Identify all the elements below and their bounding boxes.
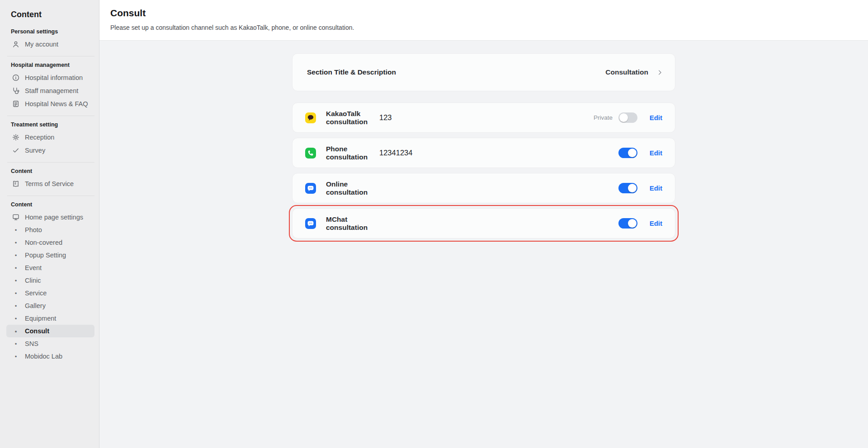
toggle-knob — [628, 219, 637, 228]
sidebar-subitem-photo[interactable]: • Photo — [6, 224, 94, 236]
kakaotalk-edit-button[interactable]: Edit — [649, 114, 662, 121]
online-consultation-row: Online consultation Edit — [292, 173, 675, 203]
mchat-consultation-row: MChat consultation Edit — [292, 208, 675, 238]
sidebar-item-label: Home page settings — [25, 214, 83, 221]
privacy-label: Private — [594, 114, 613, 121]
sidebar-subitem-label: Non-covered — [25, 239, 62, 246]
sidebar-subitem-label: Equipment — [25, 315, 56, 322]
sidebar-subitem-service[interactable]: • Service — [6, 287, 94, 299]
sidebar-subitem-consult[interactable]: • Consult — [6, 325, 94, 337]
sidebar-subitem-mobidoc-lab[interactable]: • Mobidoc Lab — [6, 350, 94, 363]
page-description: Please set up a consultation channel suc… — [110, 24, 868, 31]
sidebar-item-label: Hospital News & FAQ — [25, 100, 88, 107]
terms-icon — [12, 180, 20, 188]
stethoscope-icon — [12, 87, 20, 95]
page-title: Consult — [110, 8, 868, 19]
sidebar-subitem-label: Gallery — [25, 302, 46, 309]
sidebar-subitem-label: Photo — [25, 226, 42, 233]
chevron-right-icon — [656, 69, 663, 76]
sidebar-heading-content-home: Content — [6, 201, 95, 208]
sidebar-heading-content-terms: Content — [6, 168, 95, 174]
phone-consultation-row: Phone consultation 12341234 Edit — [292, 138, 675, 168]
toggle-knob — [619, 113, 628, 122]
sidebar-item-label: Survey — [25, 147, 45, 154]
sidebar-item-label: My account — [25, 41, 58, 48]
toggle-knob — [628, 149, 637, 157]
sidebar-subitem-event[interactable]: • Event — [6, 261, 94, 274]
gear-icon — [12, 133, 20, 141]
bullet-icon: • — [12, 353, 20, 360]
section-title-description-card[interactable]: Section Title & Description Consultation — [292, 53, 675, 91]
sidebar-item-terms-of-service[interactable]: Terms of Service — [6, 177, 95, 190]
channel-name: KakaoTalk consultation — [326, 110, 379, 126]
bullet-icon: • — [12, 328, 20, 335]
content-area: Section Title & Description Consultation — [99, 41, 868, 448]
kakaotalk-consultation-row: KakaoTalk consultation 123 Private Edit — [292, 103, 675, 133]
sidebar: Content Personal settings My account Hos… — [0, 0, 99, 448]
section-card-value: Consultation — [605, 68, 648, 76]
sidebar-subitem-label: Event — [25, 264, 42, 271]
sidebar-item-label: Terms of Service — [25, 180, 74, 187]
monitor-icon — [12, 213, 20, 221]
bullet-icon: • — [12, 265, 20, 271]
channel-name: Phone consultation — [326, 145, 379, 161]
kakaotalk-toggle[interactable] — [618, 112, 637, 123]
sidebar-subitem-equipment[interactable]: • Equipment — [6, 312, 94, 325]
page-header: Consult Please set up a consultation cha… — [99, 0, 868, 41]
news-icon — [12, 100, 20, 108]
sidebar-item-hospital-news-faq[interactable]: Hospital News & FAQ — [6, 97, 95, 110]
phone-icon — [305, 148, 316, 159]
toggle-knob — [628, 184, 637, 192]
sidebar-heading-treatment-setting: Treatment setting — [6, 121, 95, 128]
sidebar-subitem-label: Service — [25, 289, 47, 297]
user-icon — [12, 40, 20, 48]
bullet-icon: • — [12, 252, 20, 259]
channel-value: 12341234 — [379, 149, 412, 157]
online-edit-button[interactable]: Edit — [649, 184, 662, 192]
sidebar-item-label: Hospital information — [25, 74, 83, 81]
bullet-icon: • — [12, 239, 20, 246]
sidebar-title: Content — [6, 10, 95, 19]
sidebar-subitem-gallery[interactable]: • Gallery — [6, 299, 94, 312]
mchat-toggle[interactable] — [618, 218, 637, 229]
bullet-icon: • — [12, 303, 20, 309]
app-window: Content Personal settings My account Hos… — [0, 0, 868, 448]
sidebar-divider — [7, 196, 94, 196]
sidebar-subitem-sns[interactable]: • SNS — [6, 337, 94, 350]
sidebar-item-label: Reception — [25, 134, 54, 141]
section-card-title: Section Title & Description — [307, 68, 396, 76]
sidebar-subitem-label: Popup Setting — [25, 252, 66, 259]
sidebar-subitem-clinic[interactable]: • Clinic — [6, 274, 94, 287]
bullet-icon: • — [12, 341, 20, 347]
bullet-icon: • — [12, 277, 20, 284]
sidebar-item-home-page-settings[interactable]: Home page settings — [6, 210, 95, 224]
channel-value: 123 — [379, 113, 392, 122]
phone-edit-button[interactable]: Edit — [649, 149, 662, 157]
sidebar-item-reception[interactable]: Reception — [6, 131, 95, 144]
sidebar-subitem-label: Clinic — [25, 277, 41, 284]
sidebar-divider — [7, 116, 94, 116]
sidebar-subitem-popup-setting[interactable]: • Popup Setting — [6, 249, 94, 261]
sidebar-divider — [7, 162, 94, 163]
bullet-icon: • — [12, 315, 20, 322]
bullet-icon: • — [12, 290, 20, 297]
mchat-edit-button[interactable]: Edit — [649, 219, 662, 227]
main-area: Consult Please set up a consultation cha… — [99, 0, 868, 448]
online-chat-icon — [305, 183, 316, 194]
check-icon — [12, 146, 20, 154]
info-icon — [12, 74, 20, 82]
sidebar-item-staff-management[interactable]: Staff management — [6, 84, 95, 97]
online-toggle[interactable] — [618, 183, 637, 193]
sidebar-subitem-non-covered[interactable]: • Non-covered — [6, 236, 94, 249]
sidebar-subitem-label: Consult — [25, 327, 49, 335]
phone-toggle[interactable] — [618, 148, 637, 158]
sidebar-item-label: Staff management — [25, 87, 78, 94]
sidebar-item-survey[interactable]: Survey — [6, 144, 95, 157]
sidebar-item-my-account[interactable]: My account — [6, 37, 95, 51]
bullet-icon: • — [12, 227, 20, 233]
sidebar-heading-personal-settings: Personal settings — [6, 28, 95, 35]
sidebar-item-hospital-information[interactable]: Hospital information — [6, 71, 95, 84]
sidebar-heading-hospital-management: Hospital management — [6, 62, 95, 68]
mchat-icon — [305, 218, 316, 229]
sidebar-subitem-label: Mobidoc Lab — [25, 353, 62, 360]
